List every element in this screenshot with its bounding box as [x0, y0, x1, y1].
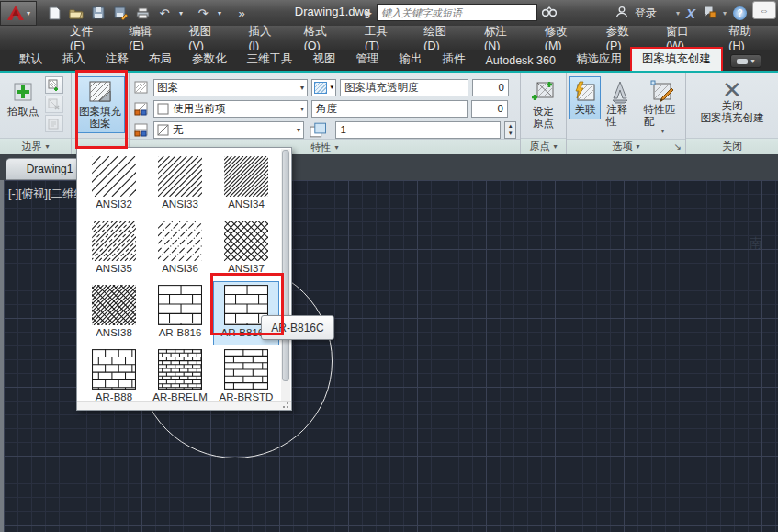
menu-dimension[interactable]: 标注(N) — [473, 24, 534, 52]
menu-modify[interactable]: 修改(M) — [534, 24, 595, 52]
tab-hatch-creation[interactable]: 图案填充创建 — [632, 49, 721, 71]
tab-output[interactable]: 输出 — [389, 49, 433, 71]
pattern-ansi37[interactable]: ANSI37 — [213, 217, 279, 281]
panel-origin: 设定 原点 原点▾ — [521, 73, 567, 154]
menu-tools[interactable]: 工具(T) — [354, 24, 412, 52]
signin-caret-icon[interactable]: ▾ — [676, 9, 680, 17]
signin-label[interactable]: 登录 — [635, 6, 657, 21]
save-as-icon[interactable] — [112, 5, 129, 21]
window-resize-indicator: ⇔ — [752, 1, 776, 19]
transparency-value[interactable]: 0 — [472, 79, 509, 96]
dialog-launcher-icon[interactable]: ↘ — [674, 141, 682, 152]
menu-format[interactable]: 格式(O) — [293, 24, 354, 52]
undo-caret-icon[interactable]: ▾ — [173, 5, 189, 21]
tab-autodesk360[interactable]: Autodesk 360 — [476, 51, 566, 71]
help-icon[interactable]: ? — [733, 6, 747, 20]
menu-insert[interactable]: 插入(I) — [237, 24, 292, 52]
menu-window[interactable]: 窗口(W) — [655, 24, 717, 52]
hatch-type-combo[interactable]: 图案▾ — [153, 79, 308, 96]
hatch-color-combo[interactable]: 使用当前项 ▾ — [153, 100, 308, 118]
comm-caret-icon[interactable]: ▾ — [723, 9, 727, 17]
gallery-scrollbar[interactable] — [281, 149, 290, 402]
annotative-button[interactable]: 注释性 — [603, 76, 638, 130]
open-file-icon[interactable] — [68, 5, 85, 21]
autocad-logo-icon — [6, 5, 25, 21]
pattern-ansi36[interactable]: ANSI36 — [147, 217, 213, 281]
exchange-icon[interactable]: X — [686, 6, 695, 21]
menu-view[interactable]: 视图(V) — [177, 24, 237, 52]
close-x-icon: ✕ — [722, 80, 742, 100]
pattern-ansi32[interactable]: ANSI32 — [81, 153, 147, 217]
menu-draw[interactable]: 绘图(D) — [412, 24, 473, 52]
tab-layout[interactable]: 布局 — [139, 49, 182, 71]
transparency-swatch-dropdown[interactable]: ▾ — [311, 79, 336, 96]
hatch-pattern-button[interactable]: 图案填充 图案 — [75, 76, 125, 133]
combo-caret-icon: ▾ — [300, 84, 304, 92]
tab-view[interactable]: 视图 — [303, 49, 346, 71]
set-origin-button[interactable]: 设定 原点 — [528, 76, 559, 133]
angle-value[interactable]: 0 — [471, 100, 508, 118]
boundaries-panel-label[interactable]: 边界▾ — [0, 138, 71, 154]
recreate-boundary-button — [45, 115, 63, 132]
tab-3d-tools[interactable]: 三维工具 — [237, 49, 303, 71]
tab-parametric[interactable]: 参数化 — [182, 49, 237, 71]
panel-pattern: 图案填充 图案 — [72, 73, 130, 154]
annotative-icon — [609, 80, 631, 104]
tab-default[interactable]: 默认 — [9, 49, 52, 71]
redo-icon[interactable]: ↷ — [195, 5, 211, 21]
close-hatch-creation-button[interactable]: ✕ 关闭 图案填充创建 — [698, 76, 767, 128]
associative-button[interactable]: 关联 — [569, 76, 601, 119]
undo-icon[interactable]: ↶ — [156, 5, 173, 21]
select-boundary-objects-button[interactable] — [45, 76, 63, 94]
app-menu-button[interactable]: ▾ — [0, 1, 37, 26]
search-input[interactable] — [377, 4, 537, 21]
gallery-resize-grip[interactable] — [77, 401, 291, 410]
match-properties-caret-icon: ▾ — [661, 128, 665, 135]
background-color-combo[interactable]: 无 ▾ — [153, 121, 304, 139]
tab-featured-apps[interactable]: 精选应用 — [566, 49, 632, 71]
hatch-scale-icon — [308, 121, 332, 139]
panel-options: 关联 注释性 特性 — [567, 73, 686, 154]
select-objects-icon — [48, 79, 61, 92]
transparency-swatch-icon — [314, 82, 327, 94]
pattern-ansi38[interactable]: ANSI38 — [81, 281, 147, 345]
title-bar: ▾ ↶ ▾ ↷ ▾ » Drawing1.dwg ▶ — [0, 0, 778, 26]
hatch-type-icon — [133, 80, 150, 95]
tab-insert[interactable]: 插入 — [52, 49, 96, 71]
app-menu-caret-icon: ▾ — [27, 9, 30, 17]
origin-panel-label[interactable]: 原点▾ — [521, 138, 566, 154]
redo-caret-icon[interactable]: ▾ — [211, 5, 228, 21]
search-binoculars-icon[interactable] — [542, 6, 557, 20]
ribbon-minimize-icon — [737, 59, 748, 64]
save-icon[interactable] — [90, 5, 107, 21]
search-expand-icon[interactable]: ▶ — [366, 8, 372, 17]
pattern-ar-b816[interactable]: AR-B816 — [147, 281, 213, 345]
plot-icon[interactable] — [134, 5, 151, 21]
pick-points-button[interactable]: 拾取点 — [5, 76, 42, 121]
pattern-ansi34[interactable]: ANSI34 — [213, 153, 279, 217]
pattern-ansi35[interactable]: ANSI35 — [81, 217, 147, 281]
panel-boundaries: 拾取点 边界▾ — [0, 73, 72, 154]
quick-access-toolbar: ↶ ▾ ↷ ▾ » — [46, 5, 250, 21]
viewcube-fragment: 南 — [750, 235, 762, 252]
hatch-pattern-gallery: ANSI32 ANSI33 ANSI34 ANSI35 ANSI36 ANSI3… — [76, 147, 292, 411]
pattern-ansi33[interactable]: ANSI33 — [147, 153, 213, 217]
match-properties-button[interactable]: 特性匹配 ▾ — [640, 76, 685, 139]
menu-parametric[interactable]: 参数(P) — [595, 24, 655, 52]
qat-expand-icon[interactable]: » — [233, 5, 250, 21]
scale-spinner[interactable]: ▲▼ — [504, 121, 516, 139]
tab-manage[interactable]: 管理 — [346, 49, 389, 71]
ribbon-minimize-button[interactable]: ▾ — [730, 54, 761, 68]
communication-center-icon[interactable] — [702, 5, 716, 21]
options-panel-label[interactable]: 选项▾ ↘ — [567, 139, 685, 154]
scale-value[interactable]: 1 — [335, 121, 501, 139]
gallery-scrollbar-thumb[interactable] — [282, 150, 289, 381]
new-file-icon[interactable] — [46, 5, 62, 21]
menu-edit[interactable]: 编辑(E) — [118, 24, 177, 52]
user-icon[interactable] — [615, 6, 628, 21]
menu-file[interactable]: 文件(F) — [59, 24, 118, 52]
ribbon-tab-row: 默认 插入 注释 布局 参数化 三维工具 视图 管理 输出 插件 Autodes… — [0, 50, 778, 71]
tab-annotate[interactable]: 注释 — [96, 49, 139, 71]
menu-help[interactable]: 帮助(H) — [717, 24, 778, 52]
tab-plugins[interactable]: 插件 — [433, 49, 476, 71]
